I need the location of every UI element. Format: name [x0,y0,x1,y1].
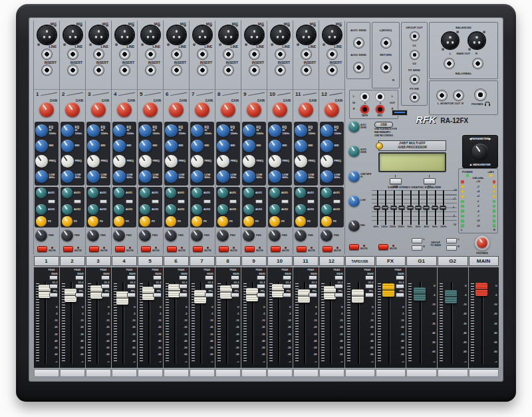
aux1-send-jack[interactable] [354,38,364,48]
gain-knob[interactable] [221,102,235,117]
eq-low-knob[interactable] [87,170,100,183]
pfl-button[interactable] [309,293,317,297]
eq-low-knob[interactable] [321,170,333,183]
aux2-knob[interactable] [166,204,176,215]
return-r-jack[interactable] [381,63,391,72]
mute-button[interactable] [219,246,229,252]
mic-xlr-input[interactable] [168,26,186,44]
eq-low-knob[interactable] [165,170,178,183]
tape-in-l-rca[interactable] [360,92,369,101]
monitor-out-l-jack[interactable] [437,90,447,100]
eq-mid-knob[interactable] [191,140,203,152]
rec-out-l-rca[interactable] [376,92,384,101]
aux1-knob[interactable] [114,188,124,198]
gain-knob[interactable] [65,102,80,117]
pan-knob[interactable] [87,229,99,241]
pfl-button[interactable] [365,293,374,297]
mute-button[interactable] [323,246,332,252]
main-out-l-jack[interactable] [444,59,454,69]
pan-knob[interactable] [321,229,332,241]
aux2-knob[interactable] [243,204,254,215]
return-l-jack[interactable] [381,38,391,48]
eq-mid-freq-knob[interactable] [35,155,48,168]
pan-knob[interactable] [61,229,73,241]
group2-to-main-r-button[interactable] [446,245,457,251]
aux1-knob[interactable] [62,188,72,198]
eq-low-knob[interactable] [295,170,307,183]
eq-mid-freq-knob[interactable] [295,155,307,168]
main-assign-button[interactable] [75,275,84,280]
fader-handle[interactable] [445,290,457,303]
group-assign-button[interactable] [205,284,213,289]
aux2-pre-post-button[interactable] [203,200,211,204]
group1-out-jack[interactable] [410,32,419,41]
pfl-button[interactable] [257,293,265,297]
aux2-knob[interactable] [269,204,280,215]
aux1-knob[interactable] [88,188,98,198]
tape-usb-knob-3[interactable] [348,171,360,182]
fx-mute-button[interactable] [378,244,388,250]
aux2-knob[interactable] [36,204,47,215]
aux1-knob[interactable] [321,188,332,198]
insert-jack[interactable] [223,65,233,75]
fx-send-knob[interactable] [88,216,98,227]
aux2-pre-post-button[interactable] [178,200,185,204]
aux1-knob[interactable] [243,188,254,198]
aux2-pre-post-button[interactable] [333,200,340,204]
fx-send-knob[interactable] [114,216,124,227]
tape-usb-knob-1[interactable] [348,121,360,132]
gain-knob[interactable] [325,102,339,117]
pfl-button[interactable] [179,293,188,297]
geq-slider[interactable] [399,206,405,209]
parameter-knob[interactable] [472,144,488,160]
eq-mid-freq-knob[interactable] [113,155,126,168]
group-assign-button[interactable] [396,284,404,289]
mute-button[interactable] [193,246,203,252]
pan-knob[interactable] [295,229,307,241]
line-input-jack[interactable] [198,49,207,59]
usb-port[interactable] [392,110,408,116]
line-input-jack[interactable] [94,49,104,59]
aux2-pre-post-button[interactable] [255,200,263,204]
line-input-jack[interactable] [120,49,130,59]
eq-mid-freq-knob[interactable] [321,155,333,168]
pan-knob[interactable] [269,229,281,241]
pfl-button[interactable] [49,293,58,297]
insert-jack[interactable] [172,65,182,75]
fx-send-knob[interactable] [62,216,72,227]
mic-xlr-input[interactable] [142,26,160,44]
mute-button[interactable] [271,246,281,252]
aux2-knob[interactable] [192,204,202,215]
aux2-pre-post-button[interactable] [48,200,55,204]
fx-send-knob[interactable] [243,216,254,227]
mic-xlr-input[interactable] [219,26,237,44]
balanced-xlr-right[interactable] [469,33,485,49]
monitor-out-r-jack[interactable] [454,90,464,100]
mute-button[interactable] [89,246,99,252]
aux2-pre-post-button[interactable] [307,200,315,204]
tape-usb-mute-button[interactable] [349,244,359,250]
main-assign-button[interactable] [257,275,265,280]
tape-usb-knob-4[interactable] [348,196,360,207]
eq-hi-knob[interactable] [243,124,255,137]
eq-mid-freq-knob[interactable] [87,155,100,168]
eq-mid-freq-knob[interactable] [191,155,203,168]
line-input-jack[interactable] [275,49,285,59]
fx-send-knob[interactable] [321,216,332,227]
aux2-knob[interactable] [62,204,72,215]
main-assign-button[interactable] [127,275,136,280]
eq-hi-knob[interactable] [87,124,100,137]
line-input-jack[interactable] [172,49,182,59]
insert-jack[interactable] [120,65,130,75]
fader-handle[interactable] [414,287,426,301]
group-assign-button[interactable] [365,284,374,289]
eq-mid-knob[interactable] [295,140,307,152]
gain-knob[interactable] [169,102,184,117]
group-assign-button[interactable] [49,284,58,289]
mute-button[interactable] [141,246,151,252]
aux2-pre-post-button[interactable] [281,200,289,204]
aux2-knob[interactable] [114,204,124,215]
eq-hi-knob[interactable] [113,124,126,137]
eq-mid-knob[interactable] [269,140,281,152]
insert-jack[interactable] [198,65,207,75]
